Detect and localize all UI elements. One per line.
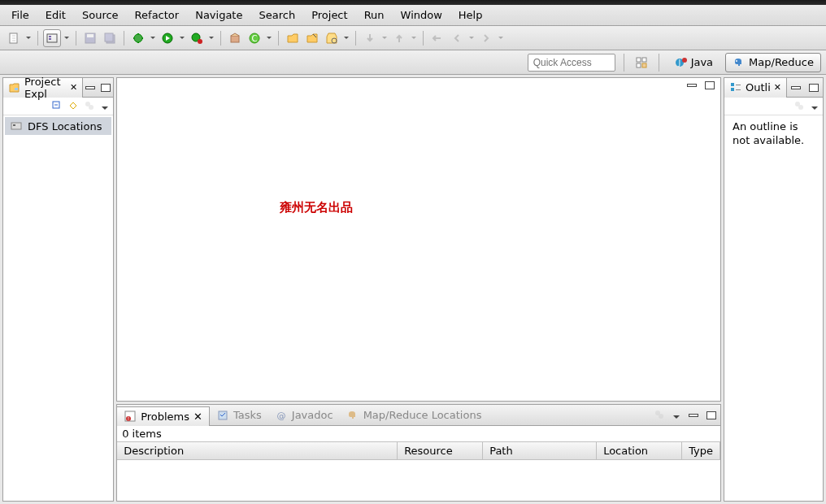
maximize-icon[interactable] [807, 82, 820, 93]
maximize-icon[interactable] [705, 410, 718, 421]
svg-point-11 [198, 39, 202, 44]
menu-source[interactable]: Source [74, 7, 127, 24]
minimize-icon[interactable] [85, 82, 95, 93]
quick-access-input[interactable] [528, 54, 615, 72]
menu-file[interactable]: File [3, 7, 37, 24]
svg-rect-39 [731, 88, 734, 91]
svg-rect-37 [731, 83, 734, 86]
separator-icon [37, 31, 38, 46]
search-dropdown-icon[interactable] [342, 37, 350, 39]
minimize-icon[interactable] [687, 410, 700, 421]
new-dropdown-icon[interactable] [24, 37, 33, 39]
project-explorer-tree[interactable]: DFS Locations [3, 115, 113, 501]
svg-rect-38 [736, 85, 741, 85]
menu-project[interactable]: Project [303, 7, 355, 24]
new-icon[interactable] [5, 29, 23, 47]
toggle-breadcrumb-icon[interactable] [43, 29, 61, 47]
last-edit-icon[interactable] [428, 29, 446, 47]
tab-tasks-label: Tasks [233, 409, 262, 421]
debug-icon[interactable] [129, 29, 147, 47]
run-dropdown-icon[interactable] [178, 37, 186, 39]
watermark-text: 雍州无名出品 [280, 200, 353, 215]
prev-annotation-dropdown-icon[interactable] [410, 37, 418, 39]
view-menu-icon[interactable] [672, 409, 680, 421]
svg-text:@: @ [276, 411, 285, 421]
menu-help[interactable]: Help [450, 7, 491, 24]
col-location[interactable]: Location [597, 442, 682, 459]
forward-icon[interactable] [477, 29, 495, 47]
svg-point-42 [798, 105, 803, 110]
problems-table-body[interactable] [117, 460, 720, 501]
project-explorer-tab[interactable]: Project Expl ✕ [3, 78, 83, 98]
perspective-java[interactable]: J Java [667, 53, 720, 72]
tab-javadoc-label: Javadoc [292, 409, 333, 421]
open-type-icon[interactable] [284, 29, 302, 47]
menu-search[interactable]: Search [250, 7, 303, 24]
tab-problems-label: Problems [141, 411, 189, 423]
collapse-all-icon[interactable] [51, 100, 64, 113]
tab-tasks[interactable]: Tasks [210, 406, 268, 425]
svg-rect-5 [87, 34, 93, 37]
col-description[interactable]: Description [117, 442, 398, 459]
focus-icon[interactable] [84, 100, 97, 113]
next-annotation-icon[interactable] [361, 29, 379, 47]
save-all-icon[interactable] [101, 29, 119, 47]
javadoc-icon: @ [275, 409, 288, 422]
open-perspective-icon[interactable] [633, 54, 650, 72]
maximize-icon[interactable] [101, 82, 111, 93]
menu-navigate[interactable]: Navigate [187, 7, 250, 24]
tree-item-dfs-locations[interactable]: DFS Locations [5, 117, 111, 135]
problems-table-header: Description Resource Path Location Type [117, 441, 720, 460]
menu-window[interactable]: Window [393, 7, 450, 24]
focus-icon[interactable] [793, 100, 806, 113]
view-menu-icon[interactable] [810, 100, 818, 112]
tab-mapreduce-label: Map/Reduce Locations [363, 409, 482, 421]
run-icon[interactable] [159, 29, 176, 47]
menu-refactor[interactable]: Refactor [127, 7, 188, 24]
close-icon[interactable]: ✕ [193, 411, 202, 423]
quick-access-bar: J Java Map/Reduce [0, 50, 826, 75]
minimize-icon[interactable] [685, 80, 698, 91]
tab-problems[interactable]: ! Problems ✕ [117, 406, 210, 426]
svg-rect-17 [642, 58, 646, 62]
java-icon: J [675, 56, 688, 69]
link-editor-icon[interactable] [67, 100, 80, 113]
col-type[interactable]: Type [682, 442, 720, 459]
back-icon[interactable] [448, 29, 466, 47]
menu-run[interactable]: Run [356, 7, 393, 24]
back-dropdown-icon[interactable] [467, 37, 476, 39]
forward-dropdown-icon[interactable] [497, 37, 505, 39]
search-icon[interactable] [323, 29, 341, 47]
perspective-mapreduce[interactable]: Map/Reduce [725, 53, 821, 72]
menu-edit[interactable]: Edit [37, 7, 74, 24]
view-menu-icon[interactable] [100, 100, 108, 112]
debug-dropdown-icon[interactable] [149, 37, 157, 39]
close-icon[interactable]: ✕ [774, 82, 781, 93]
open-task-icon[interactable] [303, 29, 321, 47]
svg-rect-29 [13, 124, 15, 126]
outline-tab[interactable]: Outli ✕ [724, 78, 787, 98]
run-last-icon[interactable] [188, 29, 206, 47]
editor-area[interactable]: 雍州无名出品 [116, 77, 721, 402]
next-annotation-dropdown-icon[interactable] [380, 37, 389, 39]
col-path[interactable]: Path [483, 442, 597, 459]
minimize-icon[interactable] [789, 82, 802, 93]
problems-count: 0 items [117, 426, 720, 441]
tab-mapreduce-locations[interactable]: Map/Reduce Locations [340, 406, 489, 425]
maximize-icon[interactable] [703, 80, 716, 91]
new-package-icon[interactable] [226, 29, 244, 47]
svg-rect-18 [637, 63, 641, 67]
focus-icon[interactable] [654, 409, 667, 422]
prev-annotation-icon[interactable] [390, 29, 408, 47]
toggle-breadcrumb-dropdown-icon[interactable] [63, 37, 71, 39]
svg-point-8 [134, 34, 142, 42]
save-icon[interactable] [81, 29, 99, 47]
new-class-icon[interactable]: C [246, 29, 263, 47]
run-last-dropdown-icon[interactable] [207, 37, 215, 39]
close-icon[interactable]: ✕ [70, 82, 77, 93]
svg-text:!: ! [128, 415, 129, 421]
tab-javadoc[interactable]: @ Javadoc [268, 406, 340, 425]
new-class-dropdown-icon[interactable] [265, 37, 273, 39]
col-resource[interactable]: Resource [398, 442, 483, 459]
svg-point-23 [736, 60, 737, 62]
